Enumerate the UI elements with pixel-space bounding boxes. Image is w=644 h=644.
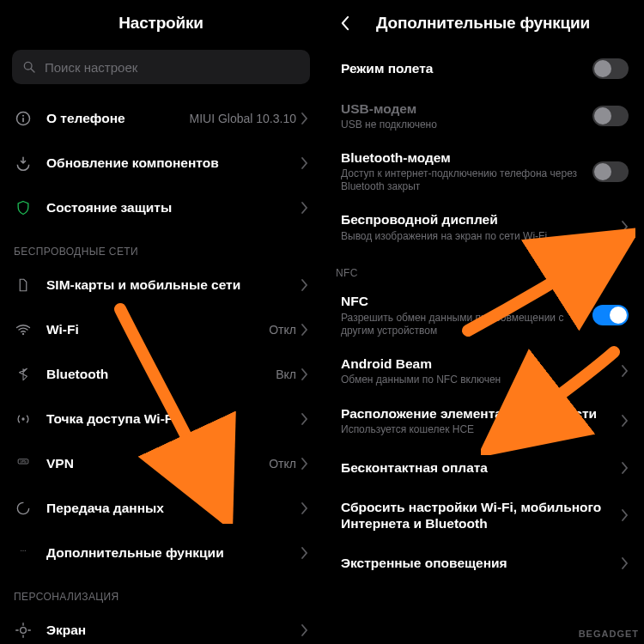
svg-point-3 [22, 115, 24, 117]
bt-modem-toggle[interactable] [592, 161, 629, 182]
bluetooth-icon [14, 365, 33, 384]
row-title: USB-модем [341, 100, 592, 117]
update-components-row[interactable]: Обновление компонентов [0, 141, 322, 185]
vpn-icon: VPN [14, 454, 33, 473]
chevron-right-icon [301, 502, 308, 514]
svg-rect-4 [22, 118, 24, 122]
row-title: Android Beam [341, 355, 622, 372]
row-value: MIUI Global 10.3.10 [189, 112, 296, 125]
chevron-right-icon [301, 279, 308, 291]
chevron-right-icon [622, 365, 629, 377]
row-title: VPN [46, 455, 269, 471]
chevron-right-icon [301, 324, 308, 336]
display-icon [14, 621, 33, 640]
row-title: Состояние защиты [46, 199, 301, 216]
chevron-right-icon [622, 462, 629, 474]
sim-row[interactable]: SIM-карты и мобильные сети [0, 263, 322, 307]
row-title: Передача данных [46, 500, 301, 516]
chevron-right-icon [622, 509, 629, 521]
row-title: Беспроводной дисплей [341, 211, 622, 228]
svg-point-5 [22, 333, 24, 335]
hotspot-row[interactable]: Точка доступа Wi-Fi [0, 397, 322, 441]
chevron-right-icon [301, 368, 308, 380]
update-icon [14, 154, 33, 173]
chevron-right-icon [622, 557, 629, 569]
section-nfc: NFC [322, 252, 644, 284]
row-title: Bluetooth [46, 366, 276, 382]
sim-icon [14, 276, 33, 295]
settings-header: Настройки [0, 0, 322, 46]
page-title: Дополнительные функции [376, 14, 590, 33]
svg-line-1 [31, 69, 34, 72]
reset-network-row[interactable]: Сбросить настройки Wi-Fi, мобильного Инт… [322, 490, 644, 541]
chevron-right-icon [301, 157, 308, 169]
nfc-row[interactable]: NFC Разрешить обмен данными при совмещен… [322, 284, 644, 345]
svg-point-11 [22, 550, 23, 551]
bluetooth-row[interactable]: Bluetooth Вкл [0, 352, 322, 397]
secure-element-row[interactable]: Расположение элемента безопасности Испол… [322, 396, 644, 446]
chevron-right-icon [301, 202, 308, 214]
row-title: Бесконтактная оплата [341, 459, 622, 476]
back-button[interactable] [332, 11, 356, 35]
row-title: Обновление компонентов [46, 155, 301, 171]
nfc-toggle[interactable] [592, 305, 629, 325]
bt-modem-row[interactable]: Bluetooth-модем Доступ к интернет-подклю… [322, 141, 644, 202]
row-title: Точка доступа Wi-Fi [46, 410, 301, 427]
security-status-row[interactable]: Состояние защиты [0, 185, 322, 230]
emergency-alerts-row[interactable]: Экстренные оповещения [322, 541, 644, 586]
chevron-right-icon [301, 112, 308, 125]
row-sub: USB не подключено [341, 118, 592, 131]
usb-modem-row: USB-модем USB не подключено [322, 91, 644, 141]
svg-point-10 [21, 550, 21, 551]
row-title: Сбросить настройки Wi-Fi, мобильного Инт… [341, 499, 622, 532]
wifi-row[interactable]: Wi-Fi Откл [0, 307, 322, 352]
row-sub: Используется кошелек HCE [341, 423, 622, 436]
about-phone-row[interactable]: О телефоне MIUI Global 10.3.10 [0, 96, 322, 141]
row-title: Режим полета [341, 60, 592, 76]
shield-icon [14, 198, 33, 217]
row-sub: Вывод изображения на экран по сети Wi-Fi [341, 230, 622, 243]
chevron-right-icon [301, 624, 308, 636]
display-row[interactable]: Экран [0, 608, 322, 644]
chevron-right-icon [622, 221, 629, 233]
row-title: Bluetooth-модем [341, 149, 592, 166]
airplane-toggle[interactable] [592, 58, 629, 79]
svg-point-6 [21, 417, 24, 420]
contactless-pay-row[interactable]: Бесконтактная оплата [322, 446, 644, 490]
row-title: NFC [341, 293, 592, 309]
row-title: Расположение элемента безопасности [341, 405, 622, 422]
row-title: SIM-карты и мобильные сети [46, 276, 301, 293]
android-beam-row[interactable]: Android Beam Обмен данными по NFC включе… [322, 346, 644, 396]
svg-text:VPN: VPN [20, 460, 27, 464]
additional-header: Дополнительные функции [322, 0, 644, 46]
row-sub: Разрешить обмен данными при совмещении с… [341, 312, 592, 337]
search-input[interactable]: Поиск настроек [12, 50, 310, 84]
data-usage-row[interactable]: Передача данных [0, 486, 322, 531]
section-personalization: ПЕРСОНАЛИЗАЦИЯ [0, 575, 322, 608]
row-sub: Обмен данными по NFC включен [341, 374, 622, 386]
row-title: Дополнительные функции [46, 544, 301, 561]
svg-point-13 [21, 628, 27, 634]
chevron-right-icon [301, 413, 308, 425]
airplane-row[interactable]: Режим полета [322, 46, 644, 91]
chevron-right-icon [622, 415, 629, 427]
vpn-row[interactable]: VPN VPN Откл [0, 441, 322, 486]
svg-point-12 [25, 550, 26, 551]
wifi-icon [14, 320, 33, 339]
row-title: Экстренные оповещения [341, 555, 622, 571]
more-icon [14, 544, 33, 562]
chevron-right-icon [301, 458, 308, 470]
chevron-right-icon [301, 547, 308, 559]
more-row[interactable]: Дополнительные функции [0, 531, 322, 575]
data-icon [14, 499, 33, 518]
section-wireless: БЕСПРОВОДНЫЕ СЕТИ [0, 230, 322, 263]
search-icon [22, 60, 36, 74]
page-title: Настройки [118, 14, 203, 33]
row-sub: Доступ к интернет-подключению телефона ч… [341, 167, 592, 193]
row-value: Вкл [276, 368, 296, 381]
usb-modem-toggle [592, 106, 629, 126]
row-value: Откл [269, 457, 296, 471]
info-icon [14, 109, 33, 128]
hotspot-icon [14, 410, 33, 428]
wireless-display-row[interactable]: Беспроводной дисплей Вывод изображения н… [322, 202, 644, 252]
